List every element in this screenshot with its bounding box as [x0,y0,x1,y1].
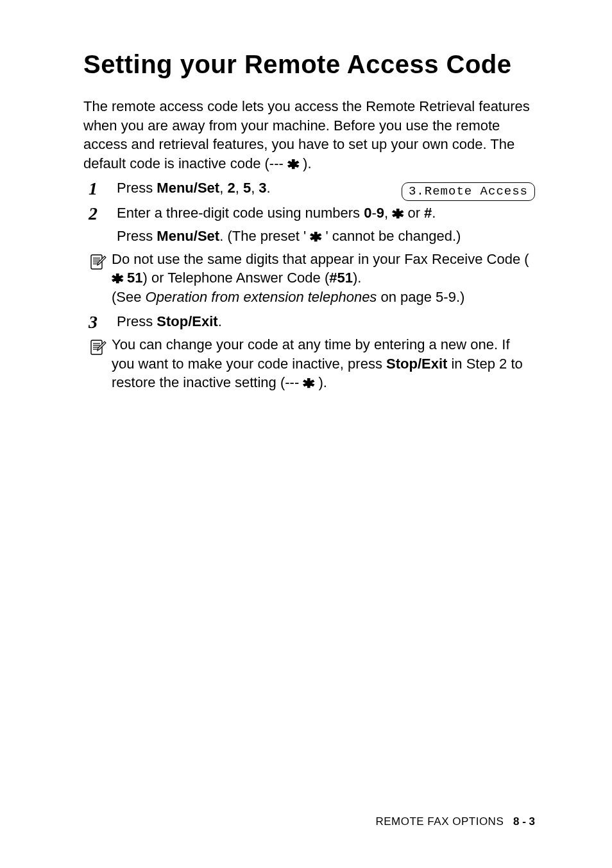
page-number: 8 - 3 [513,815,535,828]
text: on page 5-9.) [377,289,464,305]
text: , [235,180,243,196]
section-name: REMOTE FAX OPTIONS [375,815,504,828]
text: . (The preset ' [219,228,310,244]
star-icon: ✱ [302,376,315,393]
page-title: Setting your Remote Access Code [83,50,535,79]
text: Press [117,180,157,196]
intro-paragraph: The remote access code lets you access t… [83,97,535,173]
text: , [251,180,259,196]
text: Press [117,228,157,244]
step-3: 3 Press Stop/Exit. [83,312,535,331]
lcd-display: 3.Remote Access [402,182,535,202]
text: ). [314,374,327,390]
text: - [371,205,376,221]
star-icon: ✱ [309,229,322,247]
text: . [267,180,271,196]
text: Enter a three-digit code using numbers [117,205,364,221]
cross-reference: Operation from extension telephones [146,289,377,305]
text: (See [112,289,146,305]
key-hash: # [424,205,432,221]
telephone-answer-code: #51 [329,270,353,286]
text: , [219,180,227,196]
page-footer: REMOTE FAX OPTIONS 8 - 3 [375,815,535,828]
step-2: 2 Enter a three-digit code using numbers… [83,204,535,245]
text: . [218,313,222,329]
key-9: 9 [377,205,384,221]
step-number: 2 [89,204,117,223]
text: Press [117,313,157,329]
step-1-text: Press Menu/Set, 2, 5, 3. [117,178,389,198]
note-1-line-1: Do not use the same digits that appear i… [112,250,535,288]
intro-text-after: ). [299,155,312,171]
star-icon: ✱ [111,271,124,288]
star-icon: ✱ [287,157,300,174]
text: ) or Telephone Answer Code ( [143,270,330,286]
note-icon [83,335,112,357]
step-number: 3 [89,312,117,331]
fax-receive-code: 51 [123,270,143,286]
text: ' cannot be changed.) [321,228,461,244]
text: ). [353,270,361,286]
stop-exit-label: Stop/Exit [157,313,217,329]
step-number: 1 [89,178,117,198]
note-1: Do not use the same digits that appear i… [83,250,535,307]
key-3: 3 [259,180,266,196]
note-icon [83,250,112,272]
text: . [432,205,436,221]
step-2-line-1: Enter a three-digit code using numbers 0… [117,204,535,223]
note-1-line-2: (See Operation from extension telephones… [112,288,535,307]
step-1: 1 Press Menu/Set, 2, 5, 3. 3.Remote Acce… [83,178,535,202]
menu-set-label: Menu/Set [157,228,219,244]
note-2-body: You can change your code at any time by … [112,335,535,392]
menu-set-label: Menu/Set [157,180,219,196]
text: or [404,205,424,221]
key-0: 0 [364,205,371,221]
text: Do not use the same digits that appear i… [112,251,529,267]
key-2: 2 [227,180,235,196]
step-2-line-2: Press Menu/Set. (The preset ' ✱ ' cannot… [117,227,535,246]
stop-exit-label: Stop/Exit [386,356,447,372]
star-icon: ✱ [391,206,404,223]
note-2: You can change your code at any time by … [83,335,535,392]
key-5: 5 [243,180,251,196]
